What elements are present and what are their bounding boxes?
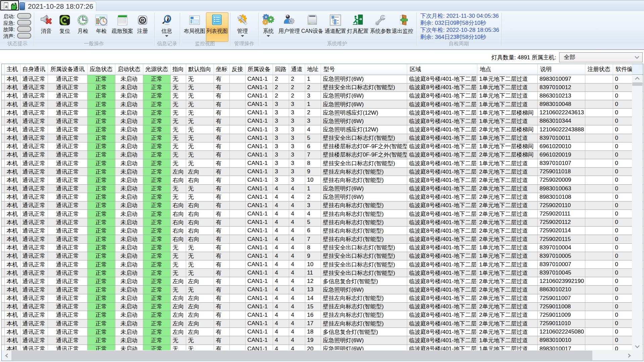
svg-text:a: a [5, 4, 8, 9]
svg-text:R: R [141, 18, 144, 23]
